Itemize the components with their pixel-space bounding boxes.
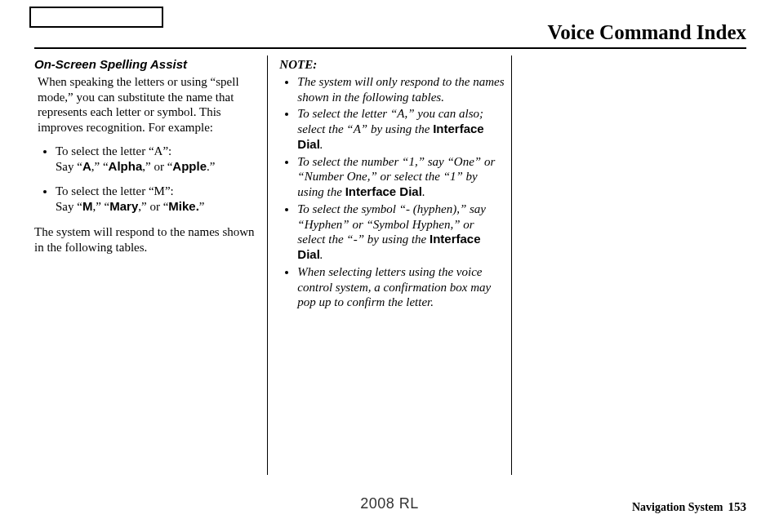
text: . <box>422 185 425 198</box>
bold-mary: Mary <box>109 199 138 213</box>
bold-apple: Apple <box>172 159 207 173</box>
text: ,” “ <box>92 200 109 213</box>
example-item-a: To select the letter “A”: Say “A,” “Alph… <box>56 144 259 175</box>
page-header-title: Voice Command Index <box>547 21 746 44</box>
interface-dial-label: Interface Dial <box>345 184 422 198</box>
manual-page: Voice Command Index On-Screen Spelling A… <box>0 0 779 532</box>
note-item-4: To select the symbol “- (hyphen),” say “… <box>297 202 504 263</box>
note-item-5: When selecting letters using the voice c… <box>297 264 504 310</box>
column-3 <box>512 55 746 475</box>
text: .” <box>207 160 215 173</box>
section-heading: On-Screen Spelling Assist <box>34 57 259 73</box>
text: ,” “ <box>91 160 109 173</box>
text: . <box>320 248 323 261</box>
note-item-3: To select the number “1,” say “One” or “… <box>297 154 504 200</box>
note-heading: NOTE: <box>279 57 504 73</box>
content-columns: On-Screen Spelling Assist When speaking … <box>34 55 746 475</box>
header-rule <box>34 47 746 49</box>
example-list: To select the letter “A”: Say “A,” “Alph… <box>34 144 259 215</box>
text: ,” or “ <box>138 200 168 213</box>
note-list: The system will only respond to the name… <box>279 74 504 310</box>
top-box-placeholder <box>29 7 163 28</box>
text: ,” or “ <box>142 160 172 173</box>
column-2: NOTE: The system will only respond to th… <box>267 55 511 475</box>
note-item-2: To select the letter “A,” you can also; … <box>297 106 504 152</box>
note-item-1: The system will only respond to the name… <box>297 74 504 105</box>
text: ” <box>199 200 205 213</box>
bold-a: A <box>82 159 91 173</box>
footer-section-label: Navigation System <box>632 501 723 513</box>
example-item-m: To select the letter “M”: Say “M,” “Mary… <box>56 184 259 215</box>
column-1: On-Screen Spelling Assist When speaking … <box>34 55 267 475</box>
footer-page-number: 153 <box>728 500 747 513</box>
footer-right: Navigation System153 <box>632 500 746 514</box>
closing-paragraph: The system will respond to the names sho… <box>34 224 259 255</box>
text: . <box>320 138 323 151</box>
bold-alpha: Alpha <box>109 159 143 173</box>
intro-paragraph: When speaking the letters or using “spel… <box>38 74 259 135</box>
bold-mike: Mike. <box>168 199 199 213</box>
bold-m: M <box>82 199 93 213</box>
